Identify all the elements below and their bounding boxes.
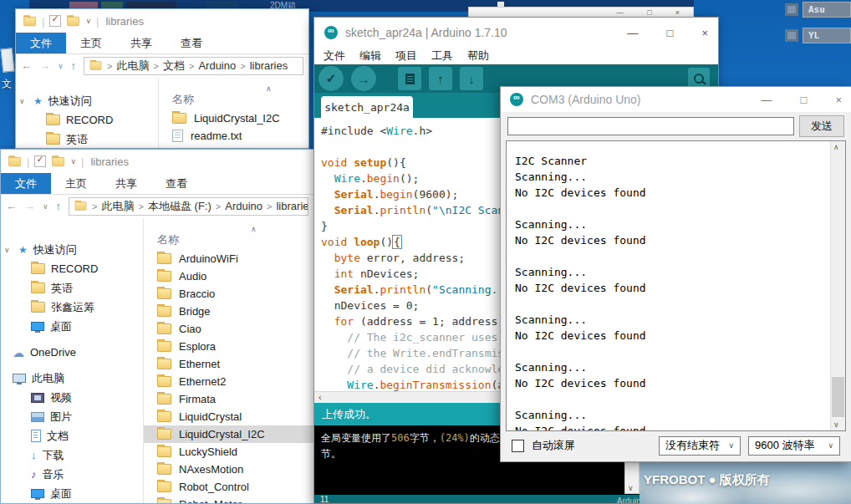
- folder-icon[interactable]: [68, 16, 79, 25]
- arduino-titlebar[interactable]: sketch_apr24a | Arduino 1.7.10 — □ ×: [314, 18, 718, 48]
- forward-icon[interactable]: →: [39, 59, 50, 72]
- upload-button[interactable]: →: [351, 66, 376, 91]
- minimize-icon[interactable]: —: [762, 94, 772, 106]
- send-button[interactable]: 发送: [799, 115, 844, 137]
- maximize-icon[interactable]: □: [801, 94, 808, 106]
- sketch-tab[interactable]: sketch_apr24a: [321, 96, 413, 118]
- breadcrumb-item[interactable]: Arduino: [225, 200, 262, 212]
- sidebar-item[interactable]: RECORD: [16, 110, 158, 130]
- file-row[interactable]: Esplora: [144, 338, 313, 355]
- breadcrumb-item[interactable]: 本地磁盘 (F:): [148, 199, 211, 214]
- file-row[interactable]: Audio: [144, 267, 313, 285]
- file-row[interactable]: Ethernet: [144, 355, 313, 373]
- sidebar-item[interactable]: 视频: [1, 388, 143, 407]
- file-row[interactable]: LuckyShield: [144, 443, 313, 461]
- save-sketch-button[interactable]: ↓: [460, 67, 483, 90]
- ribbon-tab-2[interactable]: 共享: [101, 173, 151, 194]
- sidebar-item[interactable]: OneDrive: [1, 343, 143, 362]
- file-row[interactable]: Robot_Motor: [144, 496, 313, 503]
- recent-dropdown-icon[interactable]: ∨: [58, 62, 64, 70]
- back-icon[interactable]: ←: [6, 200, 17, 212]
- ribbon-tab-3[interactable]: 查看: [151, 173, 201, 194]
- sidebar-item[interactable]: 英语: [1, 278, 143, 298]
- scrollbar-fragment[interactable]: ∨: [624, 462, 640, 494]
- breadcrumb-item[interactable]: 此电脑: [102, 199, 135, 214]
- ribbon-tab-1[interactable]: 主页: [66, 33, 116, 53]
- breadcrumb[interactable]: >此电脑>本地磁盘 (F:)>Arduino>libraries: [69, 197, 308, 216]
- close-icon[interactable]: ×: [701, 27, 708, 39]
- close-icon[interactable]: ×: [675, 8, 680, 17]
- maximize-icon[interactable]: □: [647, 8, 651, 17]
- verify-button[interactable]: ✓: [318, 66, 344, 91]
- file-row[interactable]: LiquidCrystal_I2C: [159, 109, 308, 127]
- minimize-icon[interactable]: —: [628, 27, 639, 39]
- forward-icon[interactable]: →: [24, 200, 35, 212]
- folder-icon[interactable]: [53, 156, 64, 165]
- sidebar-item[interactable]: 英语: [16, 130, 158, 148]
- breadcrumb-item[interactable]: libraries: [250, 59, 288, 72]
- up-icon[interactable]: ↑: [56, 200, 62, 212]
- ribbon-tab-0[interactable]: 文件: [1, 173, 51, 194]
- file-row[interactable]: Firmata: [144, 390, 313, 408]
- sidebar-item[interactable]: RECORD: [1, 259, 143, 278]
- checkmark-icon[interactable]: [49, 15, 61, 27]
- serial-output[interactable]: I2C ScannerScanning...No I2C devices fou…: [506, 140, 846, 431]
- file-row[interactable]: Ciao: [144, 320, 313, 338]
- autoscroll-checkbox[interactable]: [512, 440, 524, 452]
- sidebar-item[interactable]: 图片: [1, 407, 143, 426]
- breadcrumb[interactable]: >此电脑>文档>Arduino>libraries: [84, 57, 303, 75]
- ribbon-tab-0[interactable]: 文件: [16, 33, 66, 53]
- serial-titlebar[interactable]: COM3 (Arduino Uno) — □ ×: [501, 87, 851, 112]
- recent-dropdown-icon[interactable]: ∨: [43, 202, 48, 211]
- qat-dropdown-icon[interactable]: ∨: [70, 157, 76, 165]
- desktop-icon[interactable]: [1, 48, 15, 72]
- up-icon[interactable]: ↑: [71, 59, 77, 72]
- breadcrumb-item[interactable]: 此电脑: [117, 59, 150, 74]
- sidebar-item[interactable]: 张鑫运筹: [1, 298, 143, 317]
- chevron-down-icon[interactable]: ∨: [4, 246, 13, 254]
- file-row[interactable]: Robot_Control: [144, 478, 313, 496]
- explorer-titlebar[interactable]: | ∨ | libraries: [16, 9, 308, 33]
- column-header-name[interactable]: 名称 ∧: [144, 230, 313, 250]
- sidebar-item[interactable]: 此电脑: [1, 369, 143, 388]
- minimize-icon[interactable]: —: [616, 8, 624, 17]
- ribbon-tab-3[interactable]: 查看: [166, 33, 217, 53]
- vertical-scrollbar[interactable]: ∧ ∨: [830, 141, 845, 430]
- menu-item-0[interactable]: 文件: [324, 48, 345, 64]
- sidebar-item[interactable]: 桌面: [1, 484, 143, 503]
- back-icon[interactable]: ←: [21, 59, 32, 72]
- scroll-up-icon[interactable]: ∧: [833, 143, 839, 151]
- column-header-name[interactable]: 名称 ∧: [159, 89, 308, 109]
- file-row[interactable]: LiquidCrystal_I2C: [144, 425, 313, 443]
- menu-item-3[interactable]: 工具: [431, 48, 453, 64]
- sidebar-item[interactable]: 音乐: [1, 465, 143, 484]
- open-sketch-button[interactable]: ↑: [429, 67, 452, 90]
- chevron-down-icon[interactable]: ∨: [19, 97, 28, 105]
- qat-dropdown-icon[interactable]: ∨: [85, 17, 91, 25]
- scroll-left-icon[interactable]: ‹: [318, 392, 322, 402]
- sidebar-item[interactable]: 下载: [1, 445, 143, 465]
- maximize-icon[interactable]: □: [667, 27, 674, 39]
- file-row[interactable]: NAxesMotion: [144, 461, 313, 478]
- file-row[interactable]: ArduinoWiFi: [144, 250, 313, 267]
- menu-item-1[interactable]: 编辑: [359, 48, 381, 64]
- menu-item-2[interactable]: 项目: [395, 48, 417, 64]
- close-icon[interactable]: ×: [835, 94, 842, 106]
- breadcrumb-item[interactable]: libraries: [276, 200, 308, 212]
- scroll-down-icon[interactable]: ∨: [833, 420, 839, 429]
- file-row[interactable]: Bridge: [144, 303, 313, 320]
- file-row[interactable]: Ethernet2: [144, 373, 313, 390]
- checkmark-icon[interactable]: [34, 155, 46, 167]
- explorer-titlebar[interactable]: | ∨ | libraries: [1, 150, 313, 173]
- sidebar-item[interactable]: 桌面: [1, 317, 143, 336]
- sidebar-item[interactable]: ∨快速访问: [16, 91, 158, 110]
- breadcrumb-item[interactable]: 文档: [163, 59, 185, 74]
- file-row[interactable]: readme.txt: [159, 127, 308, 145]
- desktop-button-yl[interactable]: YL: [785, 28, 851, 43]
- sidebar-item[interactable]: 文档: [1, 426, 143, 445]
- scrollbar-thumb[interactable]: [832, 377, 844, 417]
- line-ending-dropdown[interactable]: 没有结束符 ∨: [659, 436, 741, 456]
- ribbon-tab-1[interactable]: 主页: [51, 173, 101, 194]
- file-row[interactable]: Braccio: [144, 285, 313, 303]
- breadcrumb-item[interactable]: Arduino: [198, 59, 236, 72]
